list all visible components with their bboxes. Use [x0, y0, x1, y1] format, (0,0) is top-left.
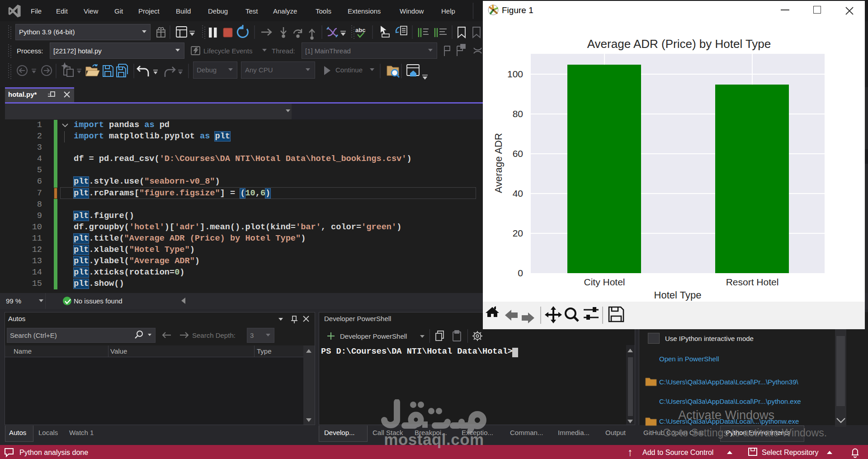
- svg-text:abc: abc: [355, 27, 365, 33]
